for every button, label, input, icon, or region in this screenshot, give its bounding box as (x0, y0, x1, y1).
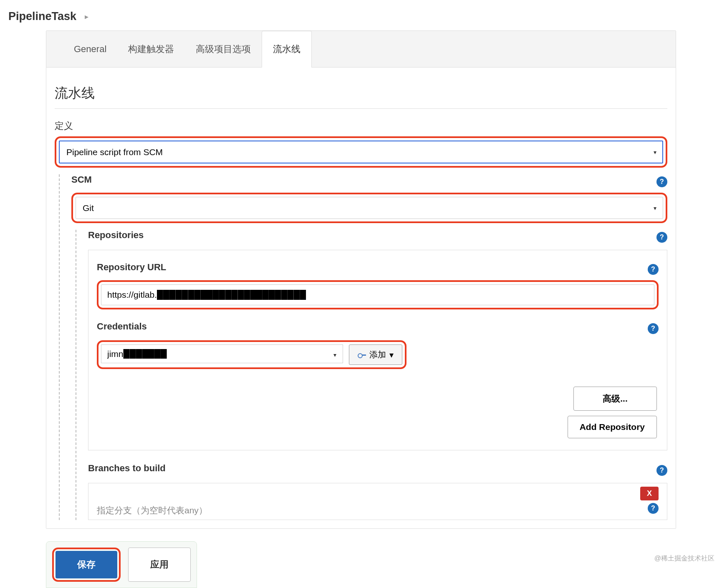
tab-general[interactable]: General (63, 31, 117, 67)
branch-spec-label: 指定分支（为空时代表any） (97, 505, 207, 516)
tab-triggers[interactable]: 构建触发器 (117, 31, 185, 67)
page-title[interactable]: PipelineTask (8, 10, 76, 23)
definition-label: 定义 (55, 120, 667, 132)
tab-pipeline[interactable]: 流水线 (262, 31, 312, 68)
delete-branch-button[interactable]: X (640, 487, 659, 500)
branch-box: X 指定分支（为空时代表any） ? (88, 483, 667, 520)
repository-box: Repository URL ? Credentials ? (88, 250, 667, 450)
repo-url-label: Repository URL (97, 262, 166, 273)
scm-select[interactable]: Git (76, 197, 663, 219)
tab-content: 流水线 定义 Pipeline script from SCM ▾ SCM ? … (46, 68, 676, 528)
scm-label: SCM (71, 174, 92, 185)
definition-highlight: Pipeline script from SCM ▾ (55, 136, 667, 168)
advanced-button[interactable]: 高级... (573, 387, 657, 411)
definition-select[interactable]: Pipeline script from SCM (59, 141, 663, 163)
key-icon (358, 353, 366, 357)
caret-down-icon: ▾ (389, 350, 394, 360)
breadcrumb: PipelineTask ▸ (0, 0, 722, 30)
repositories-label: Repositories (88, 230, 144, 241)
tab-bar: General 构建触发器 高级项目选项 流水线 (46, 31, 676, 68)
credentials-label: Credentials (97, 321, 147, 332)
section-title: 流水线 (55, 84, 667, 109)
help-icon[interactable]: ? (648, 264, 659, 275)
help-icon[interactable]: ? (648, 323, 659, 334)
repo-url-input[interactable] (101, 284, 654, 305)
config-panel: General 构建触发器 高级项目选项 流水线 流水线 定义 Pipeline… (46, 30, 676, 529)
scm-highlight: Git ▾ (71, 193, 667, 223)
help-icon[interactable]: ? (656, 465, 667, 476)
help-icon[interactable]: ? (648, 503, 659, 514)
tab-advanced-options[interactable]: 高级项目选项 (185, 31, 262, 67)
help-icon[interactable]: ? (656, 232, 667, 243)
repo-url-highlight (97, 280, 659, 309)
credentials-select[interactable]: jimn███████ (101, 344, 343, 363)
add-credentials-button[interactable]: 添加 ▾ (349, 344, 402, 365)
branches-label: Branches to build (88, 463, 166, 474)
chevron-right-icon: ▸ (85, 12, 88, 21)
add-repository-button[interactable]: Add Repository (568, 416, 657, 438)
help-icon[interactable]: ? (656, 176, 667, 187)
credentials-highlight: jimn███████ ▾ 添加 ▾ (97, 340, 406, 369)
